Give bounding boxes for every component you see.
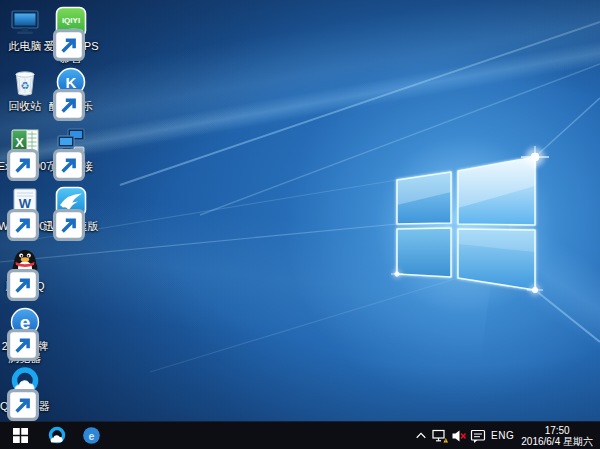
desktop-wallpaper[interactable]: 此电脑 iQIYI 爱奇艺PPS 影音 bbox=[0, 0, 600, 421]
shortcut-arrow-icon bbox=[7, 149, 18, 160]
shortcut-arrow-icon bbox=[53, 89, 64, 100]
desktop-icon-broadband-connection[interactable]: 宽带连接 bbox=[48, 126, 94, 172]
shortcut-arrow-icon bbox=[53, 149, 64, 160]
shortcut-arrow-icon bbox=[7, 269, 18, 280]
taskbar-app-qq-browser[interactable] bbox=[40, 422, 74, 449]
svg-text:iQIYI: iQIYI bbox=[62, 16, 80, 25]
desktop-icon-iqiyi-pps[interactable]: iQIYI 爱奇艺PPS 影音 bbox=[48, 6, 94, 64]
desktop-icon-kugou-music[interactable]: K 酷狗音乐 bbox=[48, 66, 94, 112]
desktop-icon-2345-browser[interactable]: e 2345王牌浏览器 bbox=[2, 306, 48, 364]
light-beam bbox=[434, 184, 600, 395]
desktop-icon-tencent-qq[interactable]: 腾讯QQ bbox=[2, 246, 48, 292]
taskbar-app-2345-browser[interactable]: e bbox=[74, 422, 108, 449]
shortcut-arrow-icon bbox=[53, 209, 64, 220]
recycle-bin-icon: ♻ bbox=[9, 66, 41, 98]
desktop-icon-xunlei[interactable]: 迅雷极速版 bbox=[48, 186, 94, 232]
svg-text:K: K bbox=[66, 74, 77, 91]
shortcut-arrow-icon bbox=[7, 209, 18, 220]
taskbar: e bbox=[0, 421, 600, 449]
start-button[interactable] bbox=[0, 422, 40, 449]
tray-clock[interactable]: 17:50 2016/6/4 星期六 bbox=[521, 425, 600, 447]
windows-desktop: 此电脑 iQIYI 爱奇艺PPS 影音 bbox=[0, 0, 600, 449]
qq-penguin-icon bbox=[9, 246, 41, 278]
tray-language-indicator[interactable]: ENG bbox=[487, 430, 521, 441]
shortcut-arrow-icon bbox=[7, 329, 18, 340]
desktop-icon-qq-browser[interactable]: QQ浏览器 bbox=[2, 366, 48, 412]
svg-text:X: X bbox=[15, 135, 24, 150]
desktop-icon-excel-2007[interactable]: X Excel 2007 bbox=[2, 126, 48, 172]
shortcut-arrow-icon bbox=[7, 389, 18, 400]
kugou-icon: K bbox=[55, 66, 87, 98]
qq-browser-icon bbox=[47, 426, 67, 446]
qq-browser-icon bbox=[9, 366, 41, 398]
tray-date: 2016/6/4 星期六 bbox=[521, 436, 593, 447]
desktop-icon-word-2007[interactable]: W Word 2007 bbox=[2, 186, 48, 232]
shortcut-arrow-icon bbox=[53, 29, 64, 40]
desktop-icon-recycle-bin[interactable]: ♻ 回收站 bbox=[2, 66, 48, 112]
desktop-icon-this-pc[interactable]: 此电脑 bbox=[2, 6, 48, 52]
tray-chevron-button[interactable] bbox=[411, 422, 430, 449]
tray-time: 17:50 bbox=[521, 425, 593, 436]
2345-e-icon: e bbox=[9, 306, 41, 338]
2345-e-icon: e bbox=[82, 426, 101, 445]
broadband-icon bbox=[55, 126, 87, 158]
tray-action-center-button[interactable] bbox=[468, 422, 487, 449]
this-pc-icon bbox=[9, 6, 41, 38]
action-center-icon bbox=[470, 428, 486, 444]
network-warning-icon bbox=[432, 428, 448, 444]
excel-icon: X bbox=[9, 126, 41, 158]
windows-logo-icon bbox=[13, 428, 28, 443]
xunlei-icon bbox=[55, 186, 87, 218]
system-tray: ENG 17:50 2016/6/4 星期六 bbox=[411, 422, 600, 449]
svg-text:e: e bbox=[88, 430, 94, 442]
tray-network-button[interactable] bbox=[430, 422, 449, 449]
word-icon: W bbox=[9, 186, 41, 218]
svg-text:♻: ♻ bbox=[21, 80, 30, 91]
iqiyi-icon: iQIYI bbox=[55, 6, 87, 38]
volume-muted-icon bbox=[451, 428, 467, 444]
tray-volume-button[interactable] bbox=[449, 422, 468, 449]
chevron-up-icon bbox=[415, 430, 427, 442]
